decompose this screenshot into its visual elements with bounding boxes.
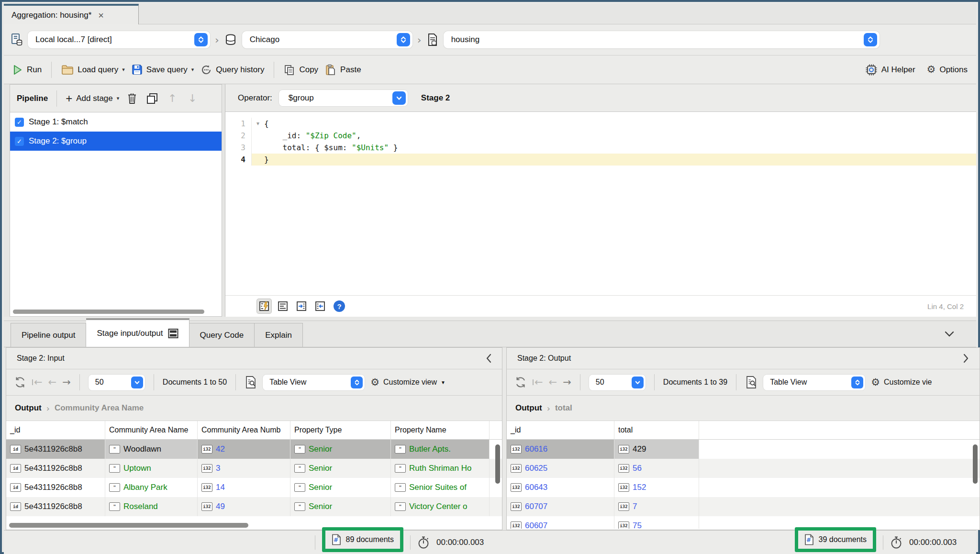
input-horizontal-scrollbar[interactable]	[9, 523, 248, 528]
table-cell[interactable]: i3260625	[507, 459, 614, 478]
table-cell[interactable]: i3260707	[507, 497, 614, 516]
table-cell[interactable]: "Senior	[290, 478, 391, 497]
first-page-icon[interactable]: ←	[533, 377, 543, 388]
table-cell[interactable]: i32152	[614, 478, 699, 497]
first-page-icon[interactable]: ←	[32, 377, 43, 388]
page-size-select[interactable]: 50	[589, 375, 646, 390]
table-cell[interactable]: i3214	[198, 478, 290, 497]
connection-select[interactable]: Local local...7 [direct]	[28, 31, 210, 48]
table-cell[interactable]: i3260616	[507, 440, 614, 459]
load-query-button[interactable]: Load query ▾	[61, 65, 125, 75]
table-cell[interactable]: "Roseland	[105, 497, 198, 516]
pipeline-stage[interactable]: ✓Stage 2: $group	[10, 132, 222, 151]
table-row[interactable]: id5e4311926c8b8"Albany Parki3214"Senior"…	[6, 478, 502, 497]
prev-page-icon[interactable]: ←	[48, 377, 57, 388]
table-cell[interactable]: "Ruth Shriman Ho	[391, 459, 490, 478]
add-stage-button[interactable]: + Add stage ▾	[66, 92, 119, 105]
table-cell[interactable]: id5e4311926c8b8	[6, 497, 105, 516]
delete-stage-button[interactable]	[125, 91, 139, 106]
table-cell[interactable]: id5e4311926c8b8	[6, 440, 105, 459]
view-mode-select[interactable]: Table View	[263, 375, 365, 390]
table-row[interactable]: id5e4311926c8b8"Uptowni323"Senior"Ruth S…	[6, 459, 502, 478]
table-row[interactable]: i3260616i32429	[507, 440, 980, 459]
stage-checkbox[interactable]: ✓	[15, 118, 24, 127]
auto-format-button[interactable]	[257, 299, 271, 313]
table-cell[interactable]: "Senior Suites of	[391, 478, 490, 497]
table-cell[interactable]: "Albany Park	[105, 478, 198, 497]
table-cell[interactable]: i327	[614, 497, 699, 516]
table-row[interactable]: i3260625i3256	[507, 459, 980, 478]
table-cell[interactable]: id5e4311926c8b8	[6, 478, 105, 497]
options-button[interactable]: ⚙ Options	[927, 65, 968, 75]
save-query-button[interactable]: Save query ▾	[132, 64, 194, 75]
outdent-button[interactable]	[313, 299, 327, 313]
collapse-results-icon[interactable]	[945, 331, 954, 337]
output-table-body[interactable]: i3260616i32429i3260625i3256i3260643i3215…	[507, 440, 980, 529]
next-page-icon[interactable]: →	[62, 377, 71, 388]
table-cell[interactable]: i3275	[614, 516, 699, 529]
view-document-icon[interactable]	[245, 376, 257, 389]
table-cell[interactable]: "Senior	[290, 497, 391, 516]
tab-stage-input-output[interactable]: Stage input/output	[86, 318, 189, 347]
page-size-select[interactable]: 50	[89, 375, 145, 390]
prev-page-icon[interactable]: ←	[549, 377, 557, 388]
table-row[interactable]: i3260643i32152	[507, 478, 980, 497]
table-cell[interactable]: "Uptown	[105, 459, 198, 478]
table-cell[interactable]: i3260643	[507, 478, 614, 497]
paste-button[interactable]: Paste	[325, 64, 361, 76]
breadcrumb-field[interactable]: total	[555, 403, 572, 413]
run-button[interactable]: Run	[12, 64, 42, 76]
input-table-body[interactable]: id5e4311926c8b8"Woodlawni3242"Senior"But…	[6, 440, 502, 529]
table-cell[interactable]: i3242	[198, 440, 290, 459]
column-header[interactable]: Property Type	[290, 421, 391, 439]
column-header[interactable]: Property Name	[391, 421, 490, 439]
table-row[interactable]: i3260707i327	[507, 497, 980, 516]
output-vertical-scrollbar[interactable]	[973, 444, 978, 484]
operator-select[interactable]: $group	[279, 90, 408, 106]
tab-query-code[interactable]: Query Code	[189, 323, 255, 347]
table-cell[interactable]: "Senior	[290, 440, 391, 459]
tab-aggregation-housing[interactable]: Aggregation: housing* ×	[4, 4, 139, 24]
customize-view-button[interactable]: ⚙ Customize view ▼	[370, 377, 445, 388]
format-document-button[interactable]	[276, 299, 290, 313]
view-mode-select[interactable]: Table View	[763, 375, 865, 390]
close-icon[interactable]: ×	[98, 11, 104, 20]
table-row[interactable]: id5e4311926c8b8"Roselandi3249"Senior"Vic…	[6, 497, 502, 516]
view-document-icon[interactable]	[745, 376, 757, 389]
table-row[interactable]: id5e4311926c8b8"Woodlawni3242"Senior"But…	[6, 440, 502, 459]
code-editor[interactable]: 1▾{2 _id: "$Zip Code",3 total: { $sum: "…	[225, 112, 976, 296]
breadcrumb-root[interactable]: Output	[515, 403, 542, 413]
customize-view-button[interactable]: ⚙ Customize vie	[871, 377, 932, 388]
breadcrumb-field[interactable]: Community Area Name	[55, 403, 144, 413]
table-cell[interactable]: "Victory Center o	[391, 497, 490, 516]
table-cell[interactable]: i3260607	[507, 516, 614, 529]
query-history-button[interactable]: Query history	[200, 64, 264, 76]
next-page-icon[interactable]: →	[563, 377, 571, 388]
table-cell[interactable]: id5e4311926c8b8	[6, 459, 105, 478]
tab-pipeline-output[interactable]: Pipeline output	[11, 323, 86, 347]
table-cell[interactable]: i3256	[614, 459, 699, 478]
table-cell[interactable]: "Senior	[290, 459, 391, 478]
collapse-right-icon[interactable]	[963, 354, 969, 363]
help-icon[interactable]: ?	[334, 300, 345, 312]
move-stage-up-button[interactable]: ↑	[165, 91, 179, 106]
collapse-left-icon[interactable]	[486, 354, 491, 363]
ai-helper-button[interactable]: AI Helper	[865, 64, 915, 76]
table-cell[interactable]: "Butler Apts.	[391, 440, 490, 459]
input-vertical-scrollbar[interactable]	[495, 444, 500, 484]
pipeline-stage[interactable]: ✓Stage 1: $match	[10, 112, 222, 132]
refresh-icon[interactable]	[14, 376, 26, 388]
table-cell[interactable]: i3249	[198, 497, 290, 516]
table-cell[interactable]: i323	[198, 459, 290, 478]
collection-select[interactable]: housing	[444, 31, 880, 48]
database-select[interactable]: Chicago	[242, 31, 412, 48]
breadcrumb-root[interactable]: Output	[15, 403, 42, 413]
column-header[interactable]: Community Area Numb	[198, 421, 290, 439]
table-cell[interactable]: i32429	[614, 440, 699, 459]
stage-checkbox[interactable]: ✓	[15, 137, 24, 146]
copy-button[interactable]: Copy	[284, 64, 318, 76]
duplicate-stage-button[interactable]	[145, 91, 159, 106]
column-header[interactable]: _id	[507, 421, 614, 439]
move-stage-down-button[interactable]: ↓	[185, 91, 200, 106]
tab-explain[interactable]: Explain	[255, 323, 303, 347]
